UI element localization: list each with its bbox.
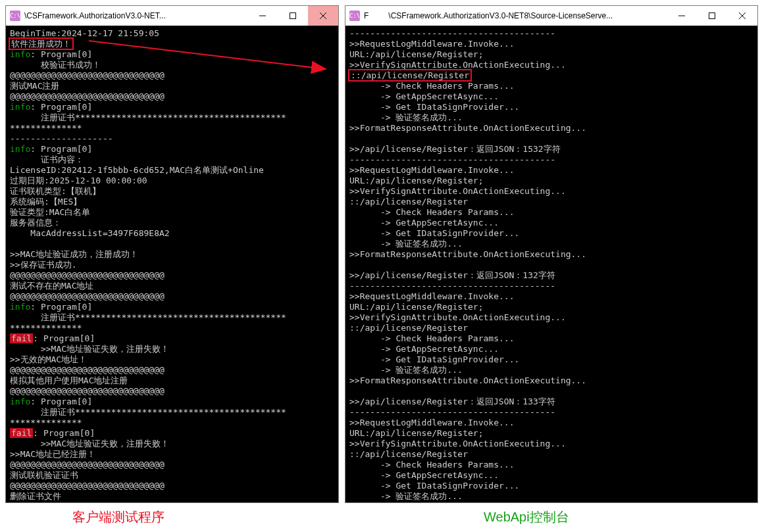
terminal-line: >>保存证书成功. xyxy=(10,260,334,270)
terminal-line: >>FormatResponseAttribute.OnActionExecut… xyxy=(349,123,753,133)
terminal-line: -> 验证签名成功... xyxy=(349,491,753,502)
terminal-line xyxy=(349,260,753,270)
terminal-line: >>RequestLogMiddleware.Invoke... xyxy=(349,291,753,302)
maximize-button[interactable] xyxy=(697,6,727,26)
terminal-line: info: Program[0] xyxy=(10,144,334,155)
terminal-line: -> 验证签名成功... xyxy=(349,365,753,375)
terminal-line: ::/api/license/Register xyxy=(349,70,753,81)
webapi-console-window: C:\ F \CSFramework.AuthorizationV3.0-NET… xyxy=(345,5,758,503)
terminal-line: 注册证书************************************… xyxy=(10,112,334,123)
terminal-line: 注册证书************************************… xyxy=(10,407,334,418)
terminal-line: @@@@@@@@@@@@@@@@@@@@@@@@@@@@@@ xyxy=(10,460,334,470)
terminal-line: LicenseID:202412-1f5bbb-6cd652,MAC白名单测试+… xyxy=(10,165,334,176)
terminal-line: -> Get IDataSignProvider... xyxy=(349,102,753,112)
app-icon: C:\ xyxy=(10,11,20,21)
terminal-line: info: Program[0] xyxy=(10,302,334,312)
terminal-line: -> Check Headers Params... xyxy=(349,207,753,218)
terminal-line: URL:/api/license/Register; xyxy=(349,302,753,312)
terminal-line: MacAddressList=3497F689E8A2 xyxy=(10,228,334,239)
terminal-line: URL:/api/license/Register; xyxy=(349,428,753,439)
terminal-line: -> Get IDataSignProvider... xyxy=(349,354,753,365)
terminal-line: 模拟其他用户使用MAC地址注册 xyxy=(10,375,334,386)
terminal-line: ::/api/license/Register xyxy=(349,323,753,333)
terminal-line: -> Get IDataSignProvider... xyxy=(349,481,753,491)
terminal-line: ---------------------------------------- xyxy=(349,155,753,165)
titlebar-right[interactable]: C:\ F \CSFramework.AuthorizationV3.0-NET… xyxy=(345,6,757,26)
terminal-line: -> Get IDataSignProvider... xyxy=(349,228,753,239)
terminal-line: >>VerifySignAttribute.OnActionExecuting.… xyxy=(349,312,753,323)
terminal-line: >>VerifySignAttribute.OnActionExecuting.… xyxy=(349,186,753,197)
terminal-line: 软件注册成功！ xyxy=(10,39,334,49)
window-title-right: F \CSFramework.AuthorizationV3.0-NET8\So… xyxy=(364,11,667,20)
terminal-line: ---------------------------------------- xyxy=(349,281,753,291)
terminal-line: -> 验证签名成功... xyxy=(349,239,753,249)
terminal-line: -> Check Headers Params... xyxy=(349,333,753,344)
terminal-line: info: Program[0] xyxy=(10,102,334,112)
client-console-window: C:\ \CSFramework.AuthorizationV3.0-NET..… xyxy=(5,5,339,503)
terminal-line: 证书联机类型:【联机】 xyxy=(10,186,334,197)
terminal-line xyxy=(10,239,334,249)
terminal-line: @@@@@@@@@@@@@@@@@@@@@@@@@@@@@@ xyxy=(10,481,334,491)
terminal-line: ************** xyxy=(10,323,334,333)
terminal-line: >>VerifySignAttribute.OnActionExecuting.… xyxy=(349,439,753,449)
terminal-line: -> 验证签名成功... xyxy=(349,112,753,123)
terminal-line: 注册证书************************************… xyxy=(10,312,334,323)
terminal-line: 证书内容： xyxy=(10,155,334,165)
terminal-line: URL:/api/license/Register; xyxy=(349,176,753,186)
terminal-line: ************** xyxy=(10,418,334,428)
caption-webapi: WebApi控制台 xyxy=(484,510,569,523)
terminal-line: >>MAC地址验证失败，注册失败！ xyxy=(10,344,334,354)
terminal-line: 系统编码:【MES】 xyxy=(10,197,334,207)
terminal-line: 过期日期:2025-12-10 00:00:00 xyxy=(10,176,334,186)
terminal-line: @@@@@@@@@@@@@@@@@@@@@@@@@@@@@@ xyxy=(10,91,334,102)
terminal-right[interactable]: ----------------------------------------… xyxy=(345,26,757,502)
terminal-line: ::/api/license/Register xyxy=(349,449,753,460)
close-button[interactable] xyxy=(727,6,757,26)
window-title-left: \CSFramework.AuthorizationV3.0-NET... xyxy=(24,11,247,20)
terminal-line: >>RequestLogMiddleware.Invoke... xyxy=(349,165,753,176)
terminal-line: -------------------- xyxy=(10,133,334,144)
close-button[interactable] xyxy=(308,6,338,26)
terminal-line: ************** xyxy=(10,123,334,133)
terminal-line: >>RequestLogMiddleware.Invoke... xyxy=(349,39,753,49)
titlebar-left[interactable]: C:\ \CSFramework.AuthorizationV3.0-NET..… xyxy=(6,6,338,26)
terminal-line: 删除证书文件 xyxy=(10,491,334,502)
terminal-line: info: Program[0] xyxy=(10,49,334,60)
terminal-line: 服务器信息： xyxy=(10,218,334,228)
terminal-line: 测试不存在的MAC地址 xyxy=(10,281,334,291)
terminal-line: @@@@@@@@@@@@@@@@@@@@@@@@@@@@@@ xyxy=(10,291,334,302)
terminal-line: >>MAC地址验证成功，注册成功！ xyxy=(10,249,334,260)
terminal-line: -> GetAppSecretAsync... xyxy=(349,91,753,102)
terminal-line: -> Check Headers Params... xyxy=(349,81,753,91)
terminal-line: >>FormatResponseAttribute.OnActionExecut… xyxy=(349,249,753,260)
terminal-line: >>/api/license/Register：返回JSON：133字符 xyxy=(349,397,753,407)
terminal-line xyxy=(349,133,753,144)
terminal-line: 测试联机验证证书 xyxy=(10,470,334,481)
terminal-line: >>RequestLogMiddleware.Invoke... xyxy=(349,418,753,428)
terminal-line: -> GetAppSecretAsync... xyxy=(349,344,753,354)
terminal-line: ---------------------------------------- xyxy=(349,28,753,39)
terminal-line: @@@@@@@@@@@@@@@@@@@@@@@@@@@@@@ xyxy=(10,365,334,375)
terminal-line: 验证类型:MAC白名单 xyxy=(10,207,334,218)
terminal-line: >>FormatResponseAttribute.OnActionExecut… xyxy=(349,375,753,386)
terminal-line: -> GetAppSecretAsync... xyxy=(349,218,753,228)
app-icon: C:\ xyxy=(349,11,360,21)
caption-client: 客户端测试程序 xyxy=(72,510,165,523)
terminal-line: @@@@@@@@@@@@@@@@@@@@@@@@@@@@@@ xyxy=(10,70,334,81)
svg-rect-5 xyxy=(709,13,715,19)
terminal-line: fail: Program[0] xyxy=(10,333,334,344)
svg-rect-1 xyxy=(290,13,296,19)
minimize-button[interactable] xyxy=(667,6,697,26)
terminal-line: >>MAC地址验证失败，注册失败！ xyxy=(10,439,334,449)
terminal-line: >>MAC地址已经注册！ xyxy=(10,449,334,460)
terminal-line: >>/api/license/Register：返回JSON：1532字符 xyxy=(349,144,753,155)
maximize-button[interactable] xyxy=(278,6,308,26)
terminal-line: @@@@@@@@@@@@@@@@@@@@@@@@@@@@@@ xyxy=(10,270,334,281)
terminal-line: @@@@@@@@@@@@@@@@@@@@@@@@@@@@@@ xyxy=(10,386,334,397)
terminal-left[interactable]: BeginTime:2024-12-17 21:59:05软件注册成功！info… xyxy=(6,26,338,502)
terminal-line: -> GetAppSecretAsync... xyxy=(349,470,753,481)
terminal-line: info: Program[0] xyxy=(10,397,334,407)
terminal-line: ::/api/license/Register xyxy=(349,197,753,207)
terminal-line xyxy=(349,386,753,397)
minimize-button[interactable] xyxy=(247,6,278,26)
